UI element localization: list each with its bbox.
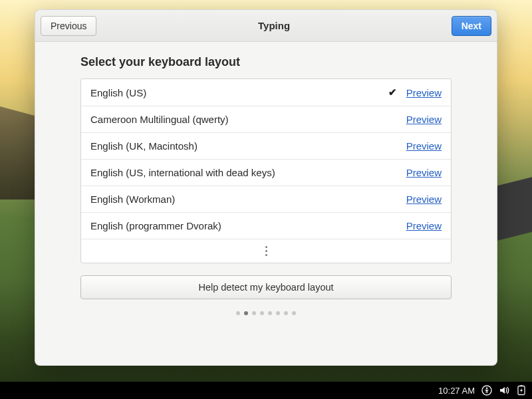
keyboard-layout-row[interactable]: English (UK, Macintosh) Preview	[81, 133, 451, 160]
svg-rect-3	[521, 385, 523, 386]
page-heading: Select your keyboard layout	[80, 55, 452, 69]
dialog-title: Typing	[258, 20, 290, 31]
layout-name: English (US, international with dead key…	[90, 167, 380, 178]
layout-name: English (US)	[90, 87, 380, 98]
keyboard-layout-row[interactable]: English (US) ✔ Preview	[81, 79, 451, 106]
pager-dot	[252, 311, 256, 315]
layout-name: English (Workman)	[90, 194, 380, 205]
keyboard-layout-row[interactable]: English (US, international with dead key…	[81, 160, 451, 186]
pager-dot	[244, 311, 248, 315]
layout-name: English (programmer Dvorak)	[90, 220, 380, 231]
more-icon	[265, 246, 267, 256]
pager-dot	[276, 311, 280, 315]
pager-dot	[284, 311, 288, 315]
detect-keyboard-button[interactable]: Help detect my keyboard layout	[80, 275, 452, 299]
header-bar: Previous Typing Next	[35, 10, 497, 42]
preview-link[interactable]: Preview	[406, 87, 442, 98]
layout-name: Cameroon Multilingual (qwerty)	[90, 114, 380, 125]
accessibility-icon[interactable]	[481, 385, 492, 396]
check-icon: ✔	[388, 86, 398, 98]
clock: 10:27 AM	[438, 386, 475, 396]
battery-icon[interactable]	[516, 385, 527, 396]
preview-link[interactable]: Preview	[406, 167, 442, 178]
keyboard-layout-row[interactable]: English (programmer Dvorak) Preview	[81, 213, 451, 239]
pager-dot	[268, 311, 272, 315]
page-indicator	[80, 311, 452, 315]
keyboard-layout-list: English (US) ✔ Preview Cameroon Multilin…	[80, 78, 452, 263]
pager-dot	[292, 311, 296, 315]
preview-link[interactable]: Preview	[406, 114, 442, 125]
volume-icon[interactable]	[499, 385, 509, 396]
pager-dot	[236, 311, 240, 315]
next-button[interactable]: Next	[452, 16, 491, 36]
keyboard-layout-row[interactable]: Cameroon Multilingual (qwerty) Preview	[81, 106, 451, 133]
svg-point-1	[486, 387, 488, 389]
keyboard-layout-row[interactable]: English (Workman) Preview	[81, 186, 451, 213]
layout-name: English (UK, Macintosh)	[90, 140, 380, 152]
taskbar: 10:27 AM	[0, 382, 532, 399]
preview-link[interactable]: Preview	[406, 220, 442, 231]
pager-dot	[260, 311, 264, 315]
preview-link[interactable]: Preview	[406, 140, 442, 152]
setup-dialog: Previous Typing Next Select your keyboar…	[35, 9, 497, 366]
previous-button[interactable]: Previous	[41, 16, 96, 36]
show-more-button[interactable]	[81, 239, 451, 263]
preview-link[interactable]: Preview	[406, 194, 442, 205]
